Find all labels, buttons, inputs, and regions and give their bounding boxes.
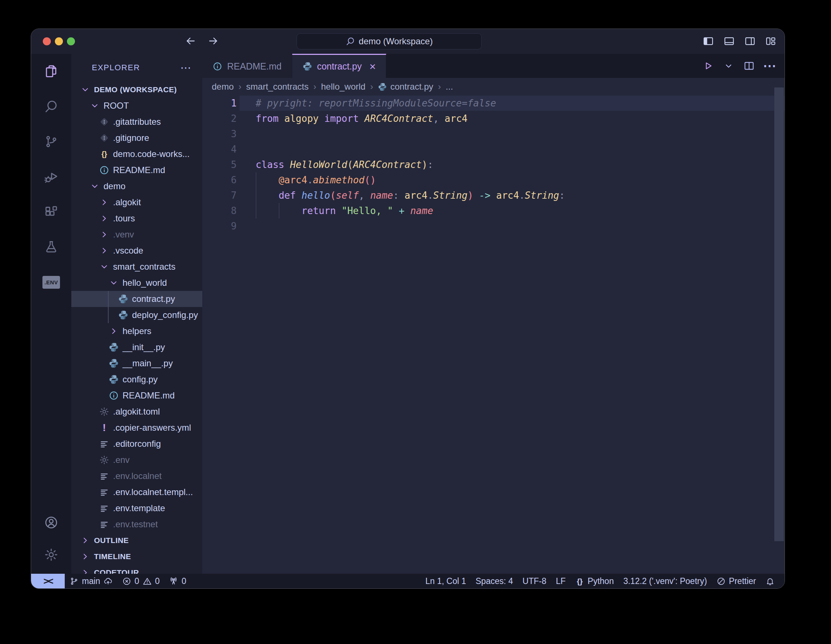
back-icon[interactable] [185, 35, 196, 47]
editor-scrollbar[interactable] [774, 88, 784, 541]
activity-testing[interactable] [31, 230, 71, 265]
code-line-4[interactable]: 4 [202, 142, 785, 157]
status-python-interpreter[interactable]: 3.12.2 ('.venv': Poetry) [619, 574, 712, 588]
close-window-button[interactable] [43, 37, 51, 45]
activity-source-control[interactable] [31, 124, 71, 159]
tree-item-tours[interactable]: .tours [71, 210, 202, 226]
tree-item-contract-py[interactable]: contract.py [71, 291, 202, 307]
cloudup-icon [103, 577, 113, 586]
zoom-window-button[interactable] [67, 37, 75, 45]
tree-item-demo[interactable]: demo [71, 178, 202, 194]
tree-item-config-py[interactable]: config.py [71, 371, 202, 387]
split-editor-icon[interactable] [743, 61, 755, 71]
tree-item-venv[interactable]: .venv [71, 226, 202, 242]
status-remote[interactable]: >< [31, 574, 65, 588]
chevron-right-icon [80, 552, 90, 562]
tree-item-timeline[interactable]: TIMELINE [71, 548, 202, 564]
status-prettier[interactable]: Prettier [712, 574, 761, 588]
code-line-5[interactable]: 5class HelloWorld(ARC4Contract): [202, 157, 785, 172]
run-options-icon[interactable] [723, 61, 734, 71]
activity-dotenv[interactable]: .ENV [31, 265, 71, 300]
toggle-secondary-sidebar-icon[interactable] [744, 35, 756, 47]
breadcrumb-item-hello-world[interactable]: hello_world [321, 81, 365, 92]
status-cursor-position[interactable]: Ln 1, Col 1 [420, 574, 471, 588]
status-encoding[interactable]: UTF-8 [518, 574, 551, 588]
tree-item-readme-md[interactable]: README.md [71, 387, 202, 403]
breadcrumb[interactable]: demo›smart_contracts›hello_world›contrac… [202, 78, 785, 96]
tree-item-demo-code-works[interactable]: {}demo.code-works... [71, 146, 202, 162]
breadcrumb-item-[interactable]: ... [446, 81, 453, 92]
code-line-2[interactable]: 2from algopy import ARC4Contract, arc4 [202, 111, 785, 126]
explorer-more-actions-icon[interactable]: ⋯ [180, 62, 191, 73]
breadcrumb-item-contract-py[interactable]: contract.py [378, 81, 433, 92]
code-line-text: @arc4.abimethod() [256, 172, 376, 188]
tree-item-demo-workspace[interactable]: DEMO (WORKSPACE) [71, 81, 202, 98]
command-center[interactable]: demo (Workspace) [297, 33, 482, 49]
code-line-text: return "Hello, " + name [256, 203, 433, 218]
status-notifications[interactable] [761, 574, 779, 588]
tree-item-root[interactable]: ROOT [71, 98, 202, 114]
tree-item-deploy-config-py[interactable]: deploy_config.py [71, 307, 202, 323]
tree-item-readme-md[interactable]: README.md [71, 162, 202, 178]
tree-item-algokit[interactable]: .algokit [71, 194, 202, 210]
tree-item-algokit-toml[interactable]: .algokit.toml [71, 403, 202, 420]
activity-accounts[interactable] [31, 507, 71, 539]
tree-item-smart-contracts[interactable]: smart_contracts [71, 259, 202, 275]
tree-item-hello-world[interactable]: hello_world [71, 275, 202, 291]
tree-item-env[interactable]: .env [71, 452, 202, 468]
tree-item-init-py[interactable]: __init__.py [71, 339, 202, 355]
status-branch[interactable]: main [65, 574, 118, 588]
tree-item-env-localnet-templ[interactable]: .env.localnet.templ... [71, 484, 202, 500]
breadcrumb-item-smart-contracts[interactable]: smart_contracts [246, 81, 309, 92]
python-file-icon [118, 310, 128, 320]
tree-item-helpers[interactable]: helpers [71, 323, 202, 339]
tree-item-label: TIMELINE [94, 552, 131, 561]
tab-contract-py[interactable]: contract.py× [292, 54, 387, 78]
tree-item-copier-answers-yml[interactable]: !.copier-answers.yml [71, 420, 202, 436]
customize-layout-icon[interactable] [765, 35, 777, 47]
tree-item-env-testnet[interactable]: .env.testnet [71, 516, 202, 532]
code-line-3[interactable]: 3 [202, 126, 785, 142]
status-eol[interactable]: LF [551, 574, 571, 588]
activity-settings[interactable] [31, 539, 71, 571]
dotenv-badge-icon: .ENV [43, 276, 60, 289]
tree-item-env-template[interactable]: .env.template [71, 500, 202, 516]
tree-item-gitignore[interactable]: .gitignore [71, 130, 202, 146]
status-indentation[interactable]: Spaces: 4 [471, 574, 517, 588]
forward-icon[interactable] [207, 35, 219, 47]
tree-item-vscode[interactable]: .vscode [71, 242, 202, 259]
status-ports[interactable]: 0 [164, 574, 191, 588]
toggle-panel-icon[interactable] [723, 35, 735, 47]
code-line-9[interactable]: 9 [202, 218, 785, 234]
info-icon [212, 62, 222, 71]
status-problems[interactable]: 00 [118, 574, 165, 588]
code-line-7[interactable]: 7 def hello(self, name: arc4.String) -> … [202, 188, 785, 203]
tree-item-label: .algokit.toml [113, 406, 160, 417]
tree-item-main-py[interactable]: __main__.py [71, 355, 202, 371]
minimize-window-button[interactable] [55, 37, 63, 45]
tree-item-codetour[interactable]: CODETOUR [71, 564, 202, 574]
close-tab-icon[interactable]: × [369, 61, 376, 72]
activity-explorer[interactable] [31, 54, 71, 89]
tree-item-env-localnet[interactable]: .env.localnet [71, 468, 202, 484]
tree-item-gitattributes[interactable]: .gitattributes [71, 114, 202, 130]
code-line-6[interactable]: 6 @arc4.abimethod() [202, 172, 785, 188]
status-problems-label: 0 [155, 576, 160, 586]
code-line-8[interactable]: 8 return "Hello, " + name [202, 203, 785, 218]
toggle-primary-sidebar-icon[interactable] [703, 35, 714, 47]
code-line-1[interactable]: 1# pyright: reportMissingModuleSource=fa… [202, 96, 785, 111]
status-language-mode[interactable]: {}Python [571, 574, 619, 588]
activity-search[interactable] [31, 89, 71, 124]
tab-readme-md[interactable]: README.md [202, 54, 292, 78]
gear-file-icon [99, 406, 109, 417]
code-editor[interactable]: 1# pyright: reportMissingModuleSource=fa… [202, 96, 785, 574]
tree-item-editorconfig[interactable]: .editorconfig [71, 436, 202, 452]
activity-extensions[interactable] [31, 194, 71, 230]
tree-item-label: demo.code-works... [113, 149, 189, 159]
vscode-window: demo (Workspace) .ENV EXPLORER ⋯ DEMO (W… [31, 29, 785, 589]
activity-run-and-debug[interactable] [31, 159, 71, 194]
breadcrumb-item-demo[interactable]: demo [212, 81, 234, 92]
run-python-file-icon[interactable] [703, 61, 713, 71]
more-actions-icon[interactable]: ⋯ [764, 61, 775, 71]
tree-item-outline[interactable]: OUTLINE [71, 532, 202, 548]
